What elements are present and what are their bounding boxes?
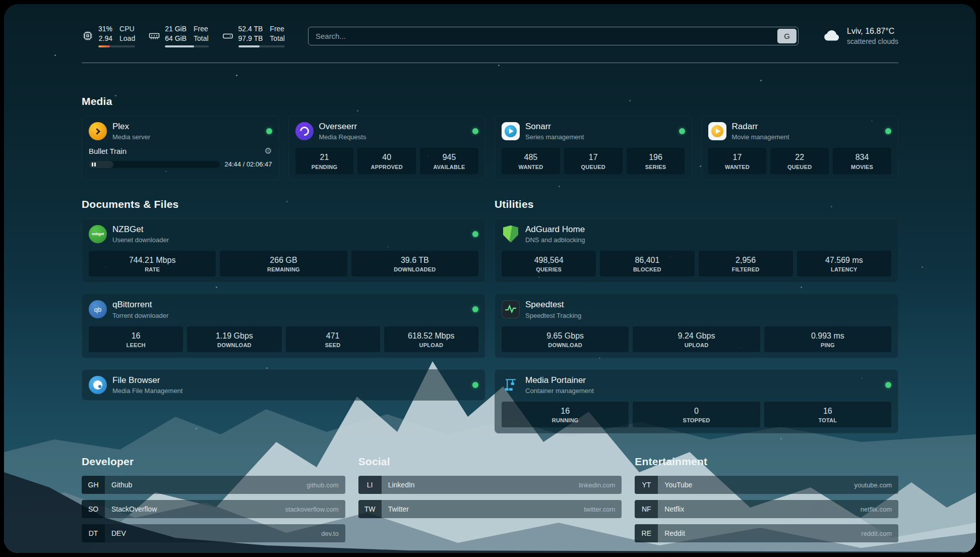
stat-tile: 22 QUEUED bbox=[770, 148, 829, 174]
stat-tile: 16 TOTAL bbox=[764, 402, 891, 427]
bookmark-abbr: LI bbox=[358, 476, 382, 494]
media-card-grid: Plex Media server Bullet Train ⚙ 24:44 /… bbox=[82, 116, 898, 180]
disk-icon bbox=[222, 30, 234, 42]
stat-tile: 0 STOPPED bbox=[633, 402, 760, 427]
section-heading-media: Media bbox=[82, 95, 898, 107]
bookmark-github[interactable]: GH Github github.com bbox=[82, 476, 345, 494]
service-subtitle: Media File Management bbox=[112, 387, 467, 395]
sonarr-icon bbox=[502, 122, 520, 140]
bookmark-name: YouTube bbox=[664, 481, 854, 489]
memory-free-label: Free bbox=[194, 24, 209, 33]
service-title: Speedtest bbox=[525, 300, 891, 310]
filebrowser-icon bbox=[89, 376, 107, 394]
memory-usage-bar bbox=[165, 45, 208, 47]
stat-tile: 744.21 Mbps RATE bbox=[89, 251, 216, 276]
service-subtitle: Media Requests bbox=[319, 133, 467, 141]
service-card-portainer[interactable]: Media Portainer Container management 16 … bbox=[495, 369, 898, 434]
bookmark-linkedin[interactable]: LI LinkedIn linkedin.com bbox=[358, 476, 622, 494]
service-card-adguard[interactable]: AdGuard Home DNS and adblocking 498,564 … bbox=[495, 218, 898, 283]
stat-tile: 16 LEECH bbox=[89, 326, 183, 352]
bookmark-name: DEV bbox=[111, 529, 321, 537]
section-heading-developer: Developer bbox=[82, 456, 345, 468]
stat-tile: 40 APPROVED bbox=[357, 148, 416, 174]
bookmark-abbr: NF bbox=[635, 500, 658, 518]
service-card-qbittorrent[interactable]: qb qBittorrent Torrent downloader 16 LEE… bbox=[82, 294, 485, 358]
adguard-shield-icon bbox=[502, 225, 520, 243]
settings-gear-icon[interactable]: ⚙ bbox=[264, 147, 272, 155]
plex-icon bbox=[89, 122, 107, 140]
stat-tile: 266 GB REMAINING bbox=[220, 251, 347, 276]
section-heading-social: Social bbox=[358, 456, 622, 468]
cloud-icon bbox=[822, 26, 841, 45]
bookmark-youtube[interactable]: YT YouTube youtube.com bbox=[635, 476, 898, 494]
service-card-filebrowser[interactable]: File Browser Media File Management bbox=[82, 369, 485, 401]
bookmark-reddit[interactable]: RE Reddit reddit.com bbox=[635, 524, 898, 542]
bookmark-url: reddit.com bbox=[861, 530, 892, 537]
cpu-usage-value: 31% bbox=[98, 24, 112, 33]
weather-condition: scattered clouds bbox=[847, 37, 898, 45]
stat-tile: 86,401 BLOCKED bbox=[600, 251, 694, 276]
service-title: File Browser bbox=[112, 375, 467, 385]
memory-free-value: 21 GiB bbox=[165, 24, 187, 33]
service-subtitle: Torrent downloader bbox=[112, 312, 467, 319]
service-card-speedtest[interactable]: Speedtest Speedtest Tracking 9.65 Gbps D… bbox=[495, 294, 898, 358]
playback-progress-bar[interactable] bbox=[89, 161, 220, 168]
service-card-plex[interactable]: Plex Media server Bullet Train ⚙ 24:44 /… bbox=[82, 116, 279, 180]
search-bar: G bbox=[308, 27, 799, 45]
bookmark-url: twitter.com bbox=[584, 506, 615, 513]
bookmark-name: StackOverflow bbox=[111, 505, 285, 513]
pause-icon[interactable] bbox=[92, 162, 96, 166]
stat-tile: 39.6 TB DOWNLOADED bbox=[351, 251, 478, 276]
stat-tile: 9.24 Gbps UPLOAD bbox=[633, 326, 760, 352]
bookmark-twitter[interactable]: TW Twitter twitter.com bbox=[358, 500, 622, 518]
disk-widget: 52.4 TB 97.9 TB Free Total bbox=[222, 24, 285, 47]
utilities-column: Utilities AdGuard Home DNS and adblockin… bbox=[495, 198, 898, 434]
overseerr-icon bbox=[295, 122, 314, 140]
bookmark-url: github.com bbox=[307, 481, 339, 489]
stat-tile: 21 PENDING bbox=[295, 148, 354, 174]
cpu-widget: 31% 2.94 CPU Load bbox=[82, 24, 135, 47]
bookmark-abbr: YT bbox=[635, 476, 658, 494]
service-card-nzbget[interactable]: nzbget NZBGet Usenet downloader 744.21 M… bbox=[82, 218, 485, 283]
stat-tile: 17 QUEUED bbox=[564, 148, 623, 174]
memory-total-label: Total bbox=[194, 34, 209, 43]
bookmark-abbr: RE bbox=[635, 524, 658, 542]
service-subtitle: Container management bbox=[525, 387, 880, 395]
weather-widget: Lviv, 16.87°C scattered clouds bbox=[822, 26, 898, 45]
service-card-radarr[interactable]: Radarr Movie management 17 WANTED 22 QUE… bbox=[701, 116, 899, 180]
bookmarks-entertainment: Entertainment YT YouTube youtube.com NF … bbox=[635, 456, 898, 548]
bookmark-url: dev.to bbox=[321, 530, 338, 537]
service-subtitle: Speedtest Tracking bbox=[525, 312, 891, 319]
documents-column: Documents & Files nzbget NZBGet Usenet d… bbox=[82, 198, 485, 401]
stat-tile: 834 MOVIES bbox=[833, 148, 891, 174]
bookmarks-developer: Developer GH Github github.com SO StackO… bbox=[82, 456, 345, 548]
qbittorrent-icon: qb bbox=[89, 300, 107, 318]
status-online-dot bbox=[679, 128, 685, 134]
section-heading-entertainment: Entertainment bbox=[635, 456, 898, 468]
bookmark-url: netflix.com bbox=[861, 506, 892, 513]
search-input[interactable] bbox=[308, 27, 799, 45]
stat-tile: 618.52 Mbps UPLOAD bbox=[384, 326, 478, 352]
bookmark-url: youtube.com bbox=[854, 481, 892, 489]
bookmark-netflix[interactable]: NF Netflix netflix.com bbox=[635, 500, 898, 518]
service-subtitle: DNS and adblocking bbox=[525, 236, 891, 244]
radarr-icon bbox=[708, 122, 726, 140]
service-title: NZBGet bbox=[112, 225, 467, 235]
portainer-crane-icon bbox=[502, 376, 520, 394]
bookmark-stackoverflow[interactable]: SO StackOverflow stackoverflow.com bbox=[82, 500, 345, 518]
weather-location-temp: Lviv, 16.87°C bbox=[847, 27, 898, 36]
stat-tile: 485 WANTED bbox=[502, 148, 560, 174]
disk-free-value: 52.4 TB bbox=[238, 24, 263, 33]
bookmark-dev[interactable]: DT DEV dev.to bbox=[82, 524, 345, 542]
service-card-sonarr[interactable]: Sonarr Series management 485 WANTED 17 Q… bbox=[495, 116, 692, 180]
bookmark-abbr: SO bbox=[82, 500, 105, 518]
search-provider-button[interactable]: G bbox=[777, 29, 797, 43]
speedtest-icon bbox=[502, 300, 520, 318]
stat-tile: 471 SEED bbox=[286, 326, 380, 352]
service-card-overseerr[interactable]: Overseerr Media Requests 21 PENDING 40 A… bbox=[288, 116, 486, 180]
stat-tile: 17 WANTED bbox=[708, 148, 767, 174]
topbar-divider bbox=[82, 63, 898, 63]
bookmark-name: LinkedIn bbox=[388, 481, 579, 489]
memory-widget: 21 GiB 64 GiB Free Total bbox=[148, 24, 208, 47]
status-online-dot bbox=[885, 128, 891, 134]
